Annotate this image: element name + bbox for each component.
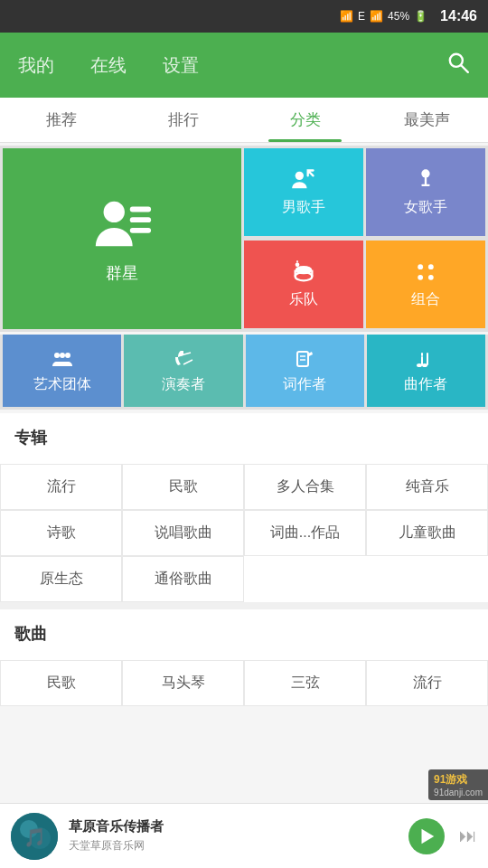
svg-line-22	[183, 360, 192, 364]
cell-composer-label: 曲作者	[404, 375, 447, 394]
svg-point-16	[418, 274, 423, 279]
player-title: 草原音乐传播者	[69, 818, 398, 835]
song-tag-list: 民歌 马头琴 三弦 流行	[0, 660, 488, 706]
svg-point-17	[428, 274, 434, 279]
svg-point-15	[428, 264, 434, 269]
player-subtitle: 天堂草原音乐网	[69, 838, 398, 854]
svg-point-12	[296, 262, 300, 267]
svg-text:🎵: 🎵	[23, 826, 46, 848]
svg-point-7	[421, 169, 429, 177]
svg-point-14	[418, 264, 423, 269]
cell-male-label: 男歌手	[282, 198, 325, 217]
artist-grid-bottom: 艺术团体 演奏者 词作者 曲作者	[0, 335, 488, 410]
tag-pure[interactable]: 纯音乐	[366, 464, 488, 510]
brand-watermark: 91游戏 91danji.com	[428, 769, 488, 800]
grid-cell-male[interactable]: 男歌手	[244, 148, 363, 236]
tag-poetry[interactable]: 诗歌	[0, 510, 122, 556]
song-tag-sanxian[interactable]: 三弦	[244, 660, 366, 706]
grid-cell-performer[interactable]: 演奏者	[124, 335, 242, 407]
nav-online[interactable]: 在线	[90, 53, 127, 78]
nav-my[interactable]: 我的	[18, 53, 54, 78]
grid-cell-lyricist[interactable]: 词作者	[246, 335, 364, 407]
status-time: 14:46	[440, 8, 477, 24]
cell-stars-label: 群星	[106, 262, 138, 284]
tag-popular[interactable]: 流行	[0, 464, 122, 510]
play-button[interactable]	[408, 818, 445, 854]
artist-grid: 群星 男歌手 女歌手 乐队	[0, 146, 488, 332]
grid-cell-art-group[interactable]: 艺术团体	[3, 335, 121, 407]
album-section-header: 专辑	[0, 413, 488, 464]
tag-pop[interactable]: 通俗歌曲	[122, 556, 244, 602]
svg-point-30	[422, 363, 427, 367]
album-section-title: 专辑	[14, 427, 474, 448]
svg-line-1	[461, 65, 468, 72]
cell-art-label: 艺术团体	[33, 375, 91, 394]
song-tag-popular[interactable]: 流行	[366, 660, 488, 706]
cell-lyricist-label: 词作者	[283, 375, 326, 394]
album-section: 专辑 流行 民歌 多人合集 纯音乐 诗歌 说唱歌曲 词曲...作品 儿童歌曲 原…	[0, 413, 488, 602]
cell-band-label: 乐队	[289, 290, 318, 309]
cell-female-label: 女歌手	[404, 198, 447, 217]
song-tag-horse[interactable]: 马头琴	[122, 660, 244, 706]
tab-best[interactable]: 最美声	[366, 98, 488, 142]
cell-performer-label: 演奏者	[162, 375, 205, 394]
player-avatar: 🎵	[11, 813, 58, 860]
svg-rect-23	[297, 352, 308, 366]
svg-point-18	[54, 353, 60, 358]
svg-point-20	[60, 353, 65, 358]
nav-settings[interactable]: 设置	[163, 53, 199, 78]
player-controls: ⏭	[408, 818, 477, 854]
grid-cell-composer[interactable]: 曲作者	[367, 335, 485, 407]
svg-point-2	[104, 202, 125, 222]
app-header: 我的 在线 设置	[0, 33, 488, 98]
svg-marker-35	[422, 828, 435, 844]
svg-point-19	[65, 353, 70, 358]
bottom-player: 🎵 草原音乐传播者 天堂草原音乐网 ⏭	[0, 803, 488, 868]
wifi-icon: 📶	[340, 10, 353, 23]
grid-cell-band[interactable]: 乐队	[244, 241, 363, 328]
tag-children[interactable]: 儿童歌曲	[366, 510, 488, 556]
battery-label: 45%	[388, 10, 409, 23]
battery-icon: 🔋	[414, 10, 427, 23]
song-section-header: 歌曲	[0, 609, 488, 660]
tab-category[interactable]: 分类	[244, 98, 366, 142]
status-icons: 📶 E 📶 45% 🔋	[340, 10, 427, 23]
svg-point-29	[417, 363, 422, 367]
tab-recommend[interactable]: 推荐	[0, 98, 122, 142]
header-nav: 我的 在线 设置	[18, 53, 199, 78]
signal-label: E	[358, 10, 365, 23]
grid-cell-female[interactable]: 女歌手	[366, 148, 485, 236]
svg-point-6	[296, 172, 304, 180]
next-button[interactable]: ⏭	[459, 826, 477, 846]
tabs-bar: 推荐 排行 分类 最美声	[0, 98, 488, 143]
signal-bars-icon: 📶	[370, 10, 383, 23]
song-tag-folk[interactable]: 民歌	[0, 660, 122, 706]
grid-cell-stars[interactable]: 群星	[3, 148, 241, 329]
cell-group-label: 组合	[411, 290, 440, 309]
status-bar: 📶 E 📶 45% 🔋 14:46	[0, 0, 488, 33]
tag-lyrics[interactable]: 词曲...作品	[244, 510, 366, 556]
search-icon[interactable]	[446, 51, 470, 80]
tag-rap[interactable]: 说唱歌曲	[122, 510, 244, 556]
tag-multi[interactable]: 多人合集	[244, 464, 366, 510]
player-info: 草原音乐传播者 天堂草原音乐网	[69, 818, 398, 854]
song-section: 歌曲 民歌 马头琴 三弦 流行	[0, 609, 488, 706]
tag-original[interactable]: 原生态	[0, 556, 122, 602]
grid-cell-group[interactable]: 组合	[366, 241, 485, 328]
tag-folk[interactable]: 民歌	[122, 464, 244, 510]
album-tag-list: 流行 民歌 多人合集 纯音乐 诗歌 说唱歌曲 词曲...作品 儿童歌曲 原生态 …	[0, 464, 488, 602]
tab-rank[interactable]: 排行	[122, 98, 244, 142]
svg-point-11	[296, 266, 313, 274]
section-divider	[0, 602, 488, 609]
song-section-title: 歌曲	[14, 623, 474, 645]
